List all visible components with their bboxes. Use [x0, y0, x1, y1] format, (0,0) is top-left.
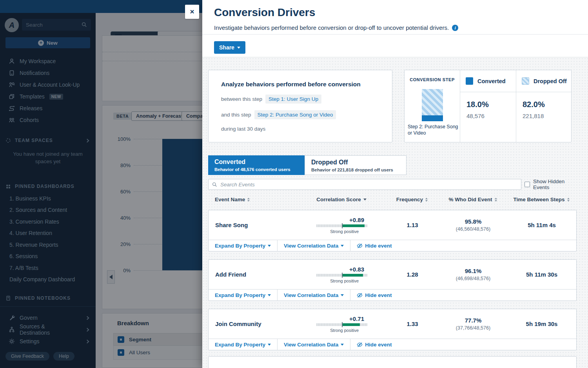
show-hidden-events-control: Show Hidden Events [524, 179, 582, 190]
sort-descending-icon [363, 199, 367, 200]
conversion-step-column: CONVERSION STEP Step 2: Purchase Song or… [405, 70, 460, 142]
close-button[interactable]: × [185, 5, 199, 19]
correlation-score-cell: +0.83 Strong positive [299, 266, 385, 283]
pct-value: 77.7% [465, 317, 482, 324]
pct-who-did-event-cell: 96.1% (46,698/48,576) [440, 268, 506, 281]
event-row-actions: Expand By Property View Correlation Data… [209, 289, 576, 301]
correlation-score-value: +0.83 [316, 266, 367, 273]
conversion-step-label: Step 2: Purchase Song or Video [408, 124, 458, 136]
column-header-correlation-score[interactable]: Correlation Score [298, 197, 385, 202]
step2-selector-chip[interactable]: Step 2: Purchase Song or Video [254, 110, 336, 119]
correlation-score-cell: +0.89 Strong positive [299, 217, 385, 234]
correlation-strength-label: Strong positive [316, 328, 367, 333]
correlation-bar [316, 323, 367, 326]
tab-subtitle: Behavior of 221,818 dropped off users [311, 168, 400, 172]
converted-swatch [466, 77, 473, 85]
correlation-bar [316, 274, 367, 277]
events-search-row: Show Hidden Events [208, 179, 582, 190]
app-stage: A Search + New My Workspace Notification… [0, 0, 588, 368]
converted-label: Converted [477, 78, 506, 84]
tab-subtitle: Behavior of 48,576 converted users [214, 167, 298, 172]
converted-count: 48,576 [466, 113, 516, 119]
dropped-percentage: 82.0% [523, 100, 572, 109]
chevron-down-icon [268, 294, 271, 296]
conversion-step-bar [422, 89, 443, 121]
pct-ratio: (37,766/48,576) [456, 325, 490, 331]
view-correlation-data-button[interactable]: View Correlation Data [278, 339, 350, 350]
time-between-steps-value: 5h 19m 30s [506, 321, 577, 327]
tab-title: Converted [214, 158, 298, 166]
event-row-card: Join Community +0.71 Strong positive 1.3… [208, 309, 577, 350]
chevron-down-icon [268, 245, 271, 247]
chevron-down-icon [341, 344, 344, 346]
search-events-input[interactable] [220, 182, 517, 188]
expand-by-property-button[interactable]: Expand By Property [209, 240, 278, 251]
hide-event-button[interactable]: Hide event [350, 339, 398, 350]
correlation-strength-label: Strong positive [316, 279, 367, 283]
frequency-value: 1.33 [385, 321, 440, 327]
hide-event-button[interactable]: Hide event [350, 290, 398, 301]
sort-icon [247, 198, 250, 202]
analyze-heading: Analyze behaviors performed before conve… [221, 81, 392, 88]
correlation-score-value: +0.71 [316, 315, 367, 322]
view-correlation-data-button[interactable]: View Correlation Data [278, 290, 350, 301]
chevron-down-icon [237, 47, 240, 49]
pct-value: 96.1% [465, 268, 482, 274]
tab-dropped-off[interactable]: Dropped Off Behavior of 221,818 dropped … [305, 155, 407, 175]
column-header-frequency[interactable]: Frequency [385, 197, 439, 202]
converted-summary-column: Converted 18.0% 48,576 [460, 70, 516, 142]
column-header-time-between-steps[interactable]: Time Between Steps [506, 197, 577, 202]
expand-by-property-button[interactable]: Expand By Property [209, 339, 278, 350]
converted-bar-segment [422, 115, 443, 121]
modal-header: Conversion Drivers Investigate behaviors… [202, 0, 588, 35]
dropped-off-label: Dropped Off [534, 78, 567, 84]
chevron-down-icon [268, 344, 271, 346]
during-label: during last 30 days [221, 126, 265, 132]
pct-ratio: (46,560/48,576) [456, 226, 490, 232]
page-title: Conversion Drivers [214, 6, 315, 19]
view-correlation-data-button[interactable]: View Correlation Data [278, 240, 350, 251]
eye-slash-icon [357, 292, 363, 298]
hide-event-button[interactable]: Hide event [350, 240, 398, 251]
search-events-box [208, 179, 521, 190]
chevron-down-icon [341, 245, 344, 247]
pct-who-did-event-cell: 77.7% (37,766/48,576) [440, 317, 506, 331]
and-step-label: and this step [221, 112, 251, 118]
conversion-step-header: CONVERSION STEP [405, 77, 460, 82]
time-between-steps-value: 5h 11m 4s [506, 222, 577, 228]
correlation-score-cell: +0.71 Strong positive [299, 315, 385, 333]
share-toolbar: Share [202, 35, 588, 57]
tab-converted[interactable]: Converted Behavior of 48,576 converted u… [208, 155, 305, 175]
info-icon[interactable]: i [452, 25, 458, 31]
chevron-down-icon [341, 294, 344, 296]
show-hidden-events-checkbox[interactable] [524, 182, 530, 187]
correlation-score-value: +0.89 [316, 217, 367, 223]
step1-selector-chip[interactable]: Step 1: User Sign Up [265, 95, 321, 104]
modal-dim-overlay[interactable] [0, 0, 202, 368]
dropped-count: 221,818 [523, 113, 572, 119]
sort-icon [425, 198, 428, 202]
events-table-header: Event Name Correlation Score Frequency %… [208, 197, 577, 202]
between-step-label: between this step [221, 96, 262, 102]
event-name: Add Friend [209, 271, 299, 278]
frequency-value: 1.28 [385, 271, 440, 278]
correlation-strength-label: Strong positive [316, 229, 367, 234]
converted-dropped-tabs: Converted Behavior of 48,576 converted u… [208, 155, 407, 175]
column-header-event-name[interactable]: Event Name [208, 197, 298, 202]
search-icon [212, 182, 217, 187]
share-button[interactable]: Share [214, 41, 245, 54]
pct-who-did-event-cell: 95.8% (46,560/48,576) [440, 218, 506, 232]
share-button-label: Share [219, 44, 234, 51]
correlation-bar [316, 224, 367, 227]
event-name: Join Community [209, 321, 299, 327]
conversion-drivers-modal: Conversion Drivers Investigate behaviors… [202, 0, 588, 368]
sort-icon [567, 198, 570, 202]
expand-by-property-button[interactable]: Expand By Property [209, 290, 278, 301]
converted-percentage: 18.0% [466, 100, 516, 109]
event-row-actions: Expand By Property View Correlation Data… [209, 240, 576, 251]
sort-icon [495, 198, 497, 202]
conversion-step-card: CONVERSION STEP Step 2: Purchase Song or… [404, 70, 572, 142]
eye-slash-icon [357, 243, 363, 249]
time-between-steps-value: 5h 11m 30s [506, 271, 577, 278]
column-header-pct-who-did-event[interactable]: % Who Did Event [439, 197, 506, 202]
